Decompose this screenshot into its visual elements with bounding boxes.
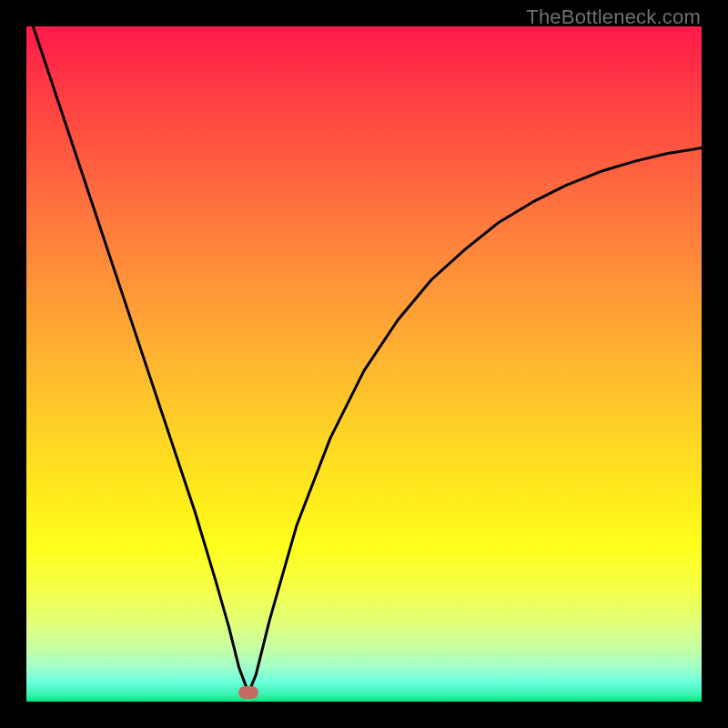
plot-area (26, 26, 702, 702)
chart-frame: TheBottleneck.com (0, 0, 728, 728)
watermark-text: TheBottleneck.com (526, 5, 701, 29)
optimal-marker (238, 686, 258, 699)
